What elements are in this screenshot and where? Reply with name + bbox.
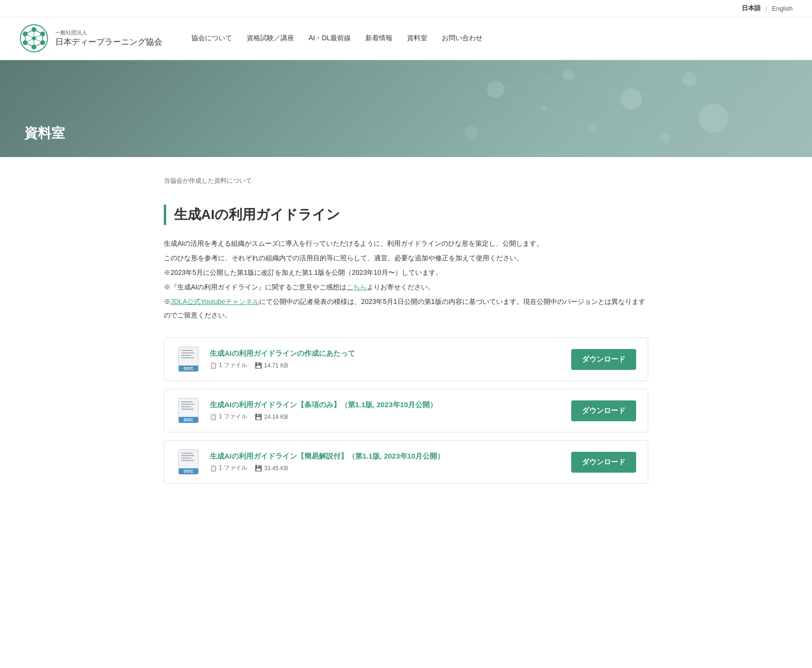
- icon-line: [181, 455, 194, 456]
- file-count: 📋 1 ファイル: [210, 464, 247, 472]
- download-button[interactable]: ダウンロード: [571, 400, 636, 421]
- svg-line-16: [34, 38, 43, 43]
- icon-line: [181, 355, 191, 356]
- nav-news[interactable]: 新着情報: [365, 34, 392, 43]
- file-card: DOC 生成AIの利用ガイドライン【簡易解説付】（第1.1版, 2023年10月…: [164, 440, 648, 484]
- file-icon-count: 📋: [210, 362, 217, 369]
- file-card: DOC 生成AIの利用ガイドラインの作成にあたって 📋 1 ファイル 💾 14.…: [164, 337, 648, 381]
- file-title[interactable]: 生成AIの利用ガイドライン【条項のみ】（第1.1版, 2023年10月公開）: [210, 400, 562, 410]
- icon-line: [181, 352, 194, 353]
- svg-line-15: [34, 34, 43, 38]
- nav-exam[interactable]: 資格試験／講座: [247, 34, 294, 43]
- nav-contact[interactable]: お問い合わせ: [442, 34, 483, 43]
- breadcrumb: 当協会が作成した資料について: [164, 176, 648, 185]
- file-icon-lines: [179, 450, 198, 461]
- nav-about[interactable]: 協会について: [191, 34, 232, 43]
- file-icon-lines: [179, 347, 198, 358]
- svg-line-11: [25, 43, 34, 47]
- svg-line-35: [544, 109, 593, 128]
- desc-line-4: ※『生成AIの利用ガイドライン』に関するご意見やご感想はこちらよりお寄せください…: [164, 280, 648, 294]
- file-card: DOC 生成AIの利用ガイドライン【条項のみ】（第1.1版, 2023年10月公…: [164, 389, 648, 432]
- icon-line: [181, 453, 193, 454]
- lang-separator: |: [765, 5, 767, 12]
- org-type: 一般社団法人: [55, 29, 162, 36]
- desc-line-4-text: ※『生成AIの利用ガイドライン』に関するご意見やご感想は: [164, 283, 346, 291]
- svg-line-29: [496, 75, 568, 89]
- svg-line-33: [593, 99, 631, 128]
- desc-line-2: このひな形を参考に、それぞれの組織内での活用目的等に照らして、適宜、必要な追加や…: [164, 251, 648, 265]
- download-button[interactable]: ダウンロード: [571, 452, 636, 473]
- svg-line-19: [25, 34, 34, 38]
- file-info: 生成AIの利用ガイドライン【簡易解説付】（第1.1版, 2023年10月公開） …: [210, 452, 562, 472]
- file-icon: DOC: [178, 398, 199, 423]
- file-list: DOC 生成AIの利用ガイドラインの作成にあたって 📋 1 ファイル 💾 14.…: [164, 337, 648, 484]
- lang-japanese[interactable]: 日本語: [742, 4, 761, 13]
- icon-line: [181, 350, 193, 351]
- file-size: 💾 14.71 KB: [255, 362, 288, 369]
- file-icon-size: 💾: [255, 414, 262, 420]
- youtube-link[interactable]: JDLA公式Youtubeチャンネル: [171, 298, 259, 305]
- file-icon: DOC: [178, 347, 199, 372]
- file-count: 📋 1 ファイル: [210, 361, 247, 369]
- file-icon-lines: [179, 398, 198, 410]
- file-icon: DOC: [178, 449, 199, 475]
- file-title[interactable]: 生成AIの利用ガイドラインの作成にあたって: [210, 349, 562, 358]
- desc-line-1: 生成AIの活用を考える組織がスムーズに導入を行っていただけるように、利用ガイドラ…: [164, 237, 648, 250]
- icon-line: [181, 460, 194, 461]
- hero-banner: 資料室: [0, 60, 812, 157]
- download-button[interactable]: ダウンロード: [571, 349, 636, 370]
- file-size: 💾 24.14 KB: [255, 414, 288, 420]
- lang-english[interactable]: English: [772, 5, 793, 12]
- icon-line: [181, 404, 194, 405]
- nav-ai-dl[interactable]: AI・DL最前線: [309, 34, 351, 43]
- logo-icon: [19, 24, 48, 53]
- file-count: 📋 1 ファイル: [210, 413, 247, 421]
- desc-line-5-prefix: ※: [164, 298, 171, 305]
- svg-line-13: [25, 30, 34, 34]
- svg-line-36: [496, 89, 544, 109]
- icon-line: [181, 406, 191, 407]
- file-title[interactable]: 生成AIの利用ガイドライン【簡易解説付】（第1.1版, 2023年10月公開）: [210, 452, 562, 461]
- nav-library[interactable]: 資料室: [407, 34, 427, 43]
- file-info: 生成AIの利用ガイドライン【条項のみ】（第1.1版, 2023年10月公開） 📋…: [210, 400, 562, 421]
- site-header: 一般社団法人 日本ディープラーニング協会 協会について 資格試験／講座 AI・D…: [0, 17, 812, 60]
- hero-network-svg: [325, 60, 812, 157]
- svg-line-31: [631, 80, 689, 99]
- svg-line-18: [25, 38, 34, 43]
- file-type-badge: DOC: [179, 366, 198, 371]
- file-icon-area: DOC: [176, 449, 201, 475]
- feedback-link[interactable]: こちら: [346, 283, 367, 291]
- desc-line-4-suffix: よりお寄せください。: [367, 283, 435, 291]
- file-icon-size: 💾: [255, 362, 262, 369]
- svg-line-34: [593, 128, 665, 138]
- icon-line: [181, 458, 191, 459]
- page-title: 資料室: [24, 124, 65, 143]
- logo[interactable]: 一般社団法人 日本ディープラーニング協会: [19, 24, 162, 53]
- file-type-badge: DOC: [179, 468, 198, 474]
- top-bar: 日本語 | English: [0, 0, 812, 17]
- section-description: 生成AIの活用を考える組織がスムーズに導入を行っていただけるように、利用ガイドラ…: [164, 237, 648, 322]
- icon-line: [181, 409, 194, 410]
- svg-line-30: [568, 75, 631, 99]
- desc-line-5: ※JDLA公式Youtubeチャンネルにて公開中の記者発表の模様は、2023年5…: [164, 295, 648, 322]
- file-icon-count: 📋: [210, 465, 217, 472]
- file-icon-area: DOC: [176, 398, 201, 423]
- main-content: 当協会が作成した資料について 生成AIの利用ガイドライン 生成AIの活用を考える…: [140, 157, 672, 503]
- org-name: 日本ディープラーニング協会: [55, 36, 162, 48]
- file-meta: 📋 1 ファイル 💾 33.45 KB: [210, 464, 562, 472]
- icon-line: [181, 401, 193, 402]
- section-title-text: 生成AIの利用ガイドライン: [174, 206, 340, 224]
- icon-line: [181, 357, 194, 358]
- file-meta: 📋 1 ファイル 💾 14.71 KB: [210, 361, 562, 369]
- section-header: 生成AIの利用ガイドライン: [164, 205, 648, 225]
- svg-line-8: [34, 30, 43, 34]
- file-size: 💾 33.45 KB: [255, 465, 288, 472]
- svg-line-37: [471, 109, 544, 133]
- file-type-badge: DOC: [179, 417, 198, 423]
- file-icon-size: 💾: [255, 465, 262, 472]
- svg-line-10: [34, 43, 43, 47]
- file-meta: 📋 1 ファイル 💾 24.14 KB: [210, 413, 562, 421]
- file-icon-area: DOC: [176, 347, 201, 372]
- hero-decoration: [0, 60, 812, 157]
- section-title-bar: [164, 205, 166, 225]
